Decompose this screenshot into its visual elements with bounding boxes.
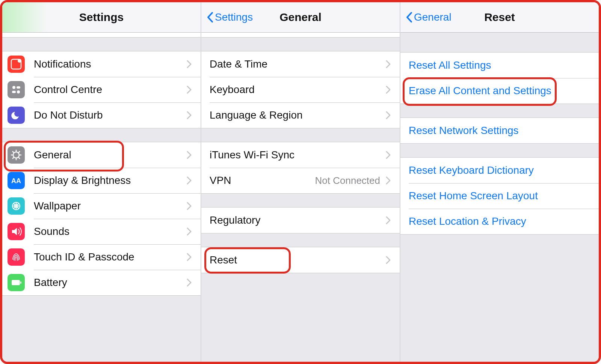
svg-rect-7: [12, 91, 16, 93]
chevron-right-icon: [385, 150, 391, 159]
row-reset-all-settings[interactable]: Reset All Settings: [400, 53, 599, 78]
pane-reset: General Reset Reset All Settings Erase A…: [400, 2, 599, 362]
row-detail: Not Connected: [315, 175, 380, 187]
row-label: Reset Network Settings: [409, 125, 590, 137]
row-label: Reset Home Screen Layout: [409, 190, 590, 202]
settings-group-1: Notifications Control Centre Do Not Dist…: [2, 51, 201, 128]
general-group-1: Date & Time Keyboard Language & Region: [201, 51, 400, 128]
chevron-right-icon: [385, 256, 391, 265]
settings-group-2: General AA Display & Brightness Wallpape…: [2, 142, 201, 296]
row-label: Regulatory: [210, 214, 385, 226]
row-reset-location-privacy[interactable]: Reset Location & Privacy: [400, 209, 599, 234]
row-label: VPN: [210, 174, 315, 187]
row-control-centre[interactable]: Control Centre: [2, 77, 201, 102]
svg-rect-8: [8, 107, 25, 124]
reset-group-3: Reset Keyboard Dictionary Reset Home Scr…: [400, 157, 599, 235]
svg-rect-0: [8, 56, 25, 73]
svg-rect-3: [8, 81, 25, 98]
chevron-right-icon: [186, 202, 192, 211]
general-group-3: Regulatory: [201, 207, 400, 233]
row-label: Battery: [34, 277, 186, 289]
row-label: Reset Keyboard Dictionary: [409, 164, 590, 176]
row-battery[interactable]: Battery: [2, 270, 201, 295]
display-brightness-icon: AA: [8, 172, 25, 189]
row-vpn[interactable]: VPN Not Connected: [201, 168, 400, 193]
row-do-not-disturb[interactable]: Do Not Disturb: [2, 102, 201, 128]
svg-rect-5: [17, 86, 20, 89]
chevron-right-icon: [186, 176, 192, 185]
row-language-region[interactable]: Language & Region: [201, 102, 400, 128]
row-reset-keyboard-dict[interactable]: Reset Keyboard Dictionary: [400, 158, 599, 183]
chevron-right-icon: [186, 85, 192, 94]
row-label: iTunes Wi-Fi Sync: [210, 149, 385, 161]
do-not-disturb-icon: [8, 107, 25, 124]
chevron-right-icon: [385, 216, 391, 225]
row-label: Control Centre: [34, 84, 186, 96]
general-group-2: iTunes Wi-Fi Sync VPN Not Connected: [201, 142, 400, 194]
svg-point-2: [18, 59, 21, 63]
row-label: Language & Region: [210, 109, 385, 121]
chevron-right-icon: [186, 253, 192, 262]
navbar-title: General: [279, 11, 322, 24]
control-centre-icon: [8, 81, 25, 98]
chevron-right-icon: [186, 278, 192, 287]
row-reset-network[interactable]: Reset Network Settings: [400, 118, 599, 143]
row-label: Reset All Settings: [409, 59, 590, 71]
svg-rect-29: [8, 248, 25, 266]
row-label: Sounds: [34, 226, 186, 238]
svg-rect-31: [12, 280, 20, 285]
row-general[interactable]: General: [2, 142, 201, 168]
chevron-right-icon: [385, 60, 391, 69]
chevron-right-icon: [186, 227, 192, 236]
row-label: Do Not Disturb: [34, 109, 186, 121]
row-label: Display & Brightness: [34, 174, 186, 187]
row-label: Reset Location & Privacy: [409, 215, 590, 227]
svg-rect-32: [20, 281, 21, 284]
row-touch-id-passcode[interactable]: Touch ID & Passcode: [2, 244, 201, 270]
svg-rect-9: [8, 146, 25, 164]
row-label: Wallpaper: [34, 200, 186, 212]
navbar-settings: Settings: [2, 2, 201, 33]
row-date-time[interactable]: Date & Time: [201, 51, 400, 77]
row-label: Erase All Content and Settings: [409, 85, 590, 97]
row-label: Date & Time: [210, 58, 385, 70]
row-sounds[interactable]: Sounds: [2, 219, 201, 244]
row-notifications[interactable]: Notifications: [2, 51, 201, 77]
svg-point-6: [17, 90, 20, 93]
chevron-right-icon: [385, 111, 391, 120]
general-icon: [8, 146, 25, 164]
row-itunes-wifi-sync[interactable]: iTunes Wi-Fi Sync: [201, 142, 400, 168]
svg-point-4: [12, 86, 15, 89]
row-reset-home-screen[interactable]: Reset Home Screen Layout: [400, 183, 599, 209]
settings-list-scroll[interactable]: Notifications Control Centre Do Not Dist…: [2, 33, 201, 362]
three-pane-layout: Settings Notifications Control Centre: [0, 0, 601, 364]
row-label: Touch ID & Passcode: [34, 251, 186, 263]
pane-general: Settings General Date & Time Keyboard: [201, 2, 400, 362]
touch-id-icon: [8, 248, 25, 266]
reset-list-scroll[interactable]: Reset All Settings Erase All Content and…: [400, 33, 599, 362]
navbar-general: Settings General: [201, 2, 400, 33]
sounds-icon: [8, 223, 25, 240]
battery-icon: [8, 274, 25, 291]
wallpaper-icon: [8, 197, 25, 215]
row-label: General: [34, 149, 186, 161]
general-group-4: Reset: [201, 247, 400, 273]
back-to-settings[interactable]: Settings: [207, 11, 253, 23]
general-list-scroll[interactable]: Date & Time Keyboard Language & Region: [201, 33, 400, 362]
back-label: General: [414, 11, 452, 23]
navbar-title: Reset: [484, 11, 515, 24]
chevron-right-icon: [385, 85, 391, 94]
chevron-right-icon: [186, 60, 192, 69]
row-display-brightness[interactable]: AA Display & Brightness: [2, 168, 201, 193]
reset-group-2: Reset Network Settings: [400, 117, 599, 144]
row-label: Keyboard: [210, 84, 385, 96]
back-to-general[interactable]: General: [406, 11, 452, 23]
row-peek: [2, 33, 201, 38]
row-keyboard[interactable]: Keyboard: [201, 77, 400, 102]
svg-text:AA: AA: [11, 177, 21, 185]
row-wallpaper[interactable]: Wallpaper: [2, 193, 201, 219]
row-erase-all-content[interactable]: Erase All Content and Settings: [400, 78, 599, 104]
notifications-icon: [8, 56, 25, 73]
row-reset[interactable]: Reset: [201, 247, 400, 273]
row-regulatory[interactable]: Regulatory: [201, 208, 400, 233]
